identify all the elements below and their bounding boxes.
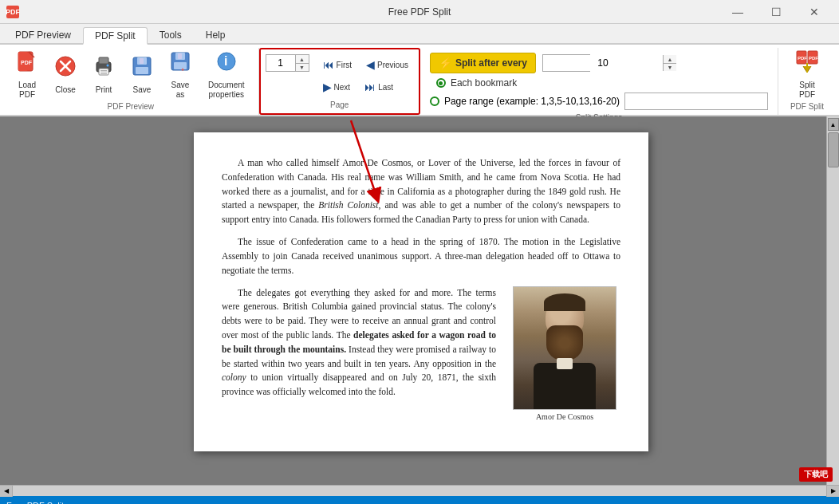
ribbon-group-pdf-split: PDF PDF SplitPDF PDF Split: [778, 48, 836, 115]
page-range-label: Page range (example: 1,3,5-10,13,16-20): [444, 96, 620, 107]
split-spin-down[interactable]: ▼: [664, 63, 676, 71]
next-label: Next: [334, 83, 351, 92]
app-icon: PDF: [6, 6, 19, 18]
svg-rect-18: [178, 53, 182, 59]
load-pdf-button[interactable]: PDF LoadPDF: [10, 52, 45, 98]
page-group-label: Page: [330, 99, 349, 112]
tab-help[interactable]: Help: [194, 26, 238, 43]
pdf-preview-group-label: PDF Preview: [108, 100, 154, 113]
last-icon: ⏭: [364, 81, 376, 93]
paragraph3: The delegates got everything they asked …: [222, 286, 496, 400]
svg-text:PDF: PDF: [809, 56, 818, 61]
close-button[interactable]: ✕: [796, 0, 833, 24]
horizontal-scrollbar[interactable]: ◀ ▶: [0, 485, 839, 496]
save-label: Save: [133, 85, 152, 95]
each-bookmark-label: Each bookmark: [451, 77, 517, 89]
tab-pdf-split[interactable]: PDF Split: [83, 27, 148, 45]
next-icon: ▶: [323, 81, 332, 93]
portrait-caption: Amor De Cosmos: [536, 412, 593, 421]
each-bookmark-option[interactable]: Each bookmark: [430, 77, 523, 89]
paragraph1: A man who called himself Amor De Cosmos,…: [222, 156, 620, 227]
tab-tools[interactable]: Tools: [148, 26, 194, 43]
print-label: Print: [96, 85, 112, 95]
ribbon: PDF LoadPDF Close: [0, 45, 839, 116]
last-label: Last: [378, 83, 393, 92]
split-pdf-button[interactable]: PDF PDF SplitPDF: [785, 52, 829, 98]
page-number-spinner[interactable]: ▲ ▼: [266, 54, 309, 72]
page-range-input[interactable]: [624, 93, 768, 110]
paragraph2: The issue of Confederation came to a hea…: [222, 235, 620, 278]
scroll-thumb[interactable]: [828, 132, 839, 167]
svg-text:+: +: [181, 67, 184, 73]
status-bar: Free PDF Split 下载吧: [0, 496, 839, 504]
first-button[interactable]: ⏮ First: [317, 54, 357, 75]
svg-rect-8: [99, 69, 108, 75]
split-after-every-label: Split after every: [455, 57, 527, 69]
split-number-input[interactable]: [543, 55, 663, 71]
first-icon: ⏮: [323, 58, 334, 71]
close-pdf-icon: [55, 56, 76, 83]
svg-point-11: [107, 64, 109, 66]
load-pdf-label: LoadPDF: [18, 81, 36, 100]
save-button[interactable]: Save: [124, 52, 160, 98]
previous-icon: ◀: [366, 58, 375, 71]
pdf-page: A man who called himself Amor De Cosmos,…: [194, 132, 648, 451]
page-spin-down[interactable]: ▼: [296, 63, 309, 71]
page-number-input[interactable]: [266, 55, 295, 71]
split-number-spinner[interactable]: ▲ ▼: [542, 54, 590, 72]
load-pdf-icon: PDF: [17, 51, 37, 78]
document-properties-icon: i: [216, 51, 237, 78]
document-properties-button[interactable]: i Documentproperties: [201, 52, 252, 98]
previous-label: Previous: [377, 61, 408, 69]
minimize-button[interactable]: —: [719, 0, 756, 24]
split-pdf-label: SplitPDF: [799, 81, 815, 100]
last-button[interactable]: ⏭ Last: [359, 77, 399, 97]
page-spin-up[interactable]: ▲: [296, 55, 309, 63]
status-label: Free PDF Split: [6, 501, 64, 504]
ribbon-group-pdf-preview: PDF LoadPDF Close: [3, 48, 259, 115]
document-properties-label: Documentproperties: [208, 81, 245, 100]
svg-rect-14: [140, 58, 144, 64]
next-button[interactable]: ▶ Next: [317, 77, 356, 97]
split-pdf-icon: PDF PDF: [795, 50, 819, 78]
close-pdf-button[interactable]: Close: [48, 52, 83, 98]
svg-rect-9: [100, 70, 107, 72]
page-range-radio[interactable]: [430, 96, 439, 106]
close-pdf-label: Close: [55, 85, 76, 95]
svg-rect-10: [100, 73, 107, 74]
tab-pdf-preview[interactable]: PDF Preview: [3, 26, 83, 43]
tab-bar: PDF Preview PDF Split Tools Help: [0, 24, 839, 45]
print-button[interactable]: Print: [86, 52, 121, 98]
pdf-split-group-label: PDF Split: [790, 100, 824, 113]
each-bookmark-radio[interactable]: [436, 78, 446, 88]
split-after-every-button[interactable]: ⚡ Split after every: [430, 53, 536, 73]
svg-text:i: i: [224, 54, 227, 68]
restore-button[interactable]: ☐: [758, 0, 794, 24]
split-spin-up[interactable]: ▲: [664, 55, 676, 63]
save-as-icon: +: [170, 51, 191, 78]
first-label: First: [337, 61, 352, 69]
svg-rect-7: [99, 57, 108, 64]
vertical-scrollbar[interactable]: ▲: [826, 116, 839, 485]
title-bar: PDF Free PDF Split — ☐ ✕: [0, 0, 839, 24]
save-as-button[interactable]: + Saveas: [163, 52, 198, 98]
svg-rect-19: [174, 62, 187, 69]
svg-text:PDF: PDF: [21, 60, 33, 65]
print-icon: [93, 56, 114, 83]
watermark: 下载吧: [799, 467, 833, 482]
previous-button[interactable]: ◀ Previous: [360, 54, 414, 75]
title-bar-text: Free PDF Split: [388, 6, 451, 18]
svg-rect-15: [136, 67, 148, 74]
ribbon-group-page: ▲ ▼ ⏮ First ◀ Previous: [259, 48, 420, 115]
save-icon: [132, 56, 152, 83]
ribbon-group-split-settings: ⚡ Split after every ▲ ▼ Each bookmark: [420, 48, 778, 115]
save-as-label: Saveas: [171, 81, 190, 100]
svg-text:PDF: PDF: [798, 56, 807, 61]
